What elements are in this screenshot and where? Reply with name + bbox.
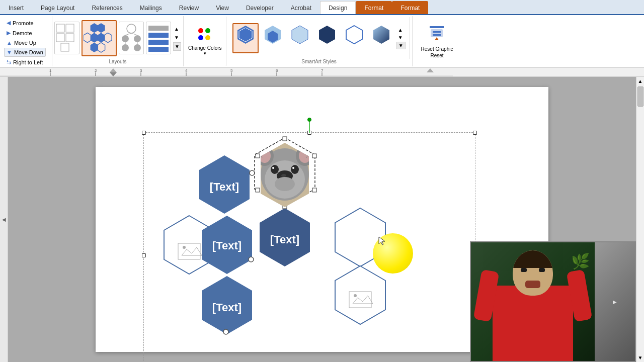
svg-point-86 — [275, 177, 295, 191]
svg-line-16 — [125, 33, 131, 35]
smartart-style-3[interactable] — [287, 23, 313, 53]
svg-marker-12 — [97, 42, 105, 52]
scroll-down-button[interactable]: ▼ — [636, 353, 644, 362]
right-to-left-icon: ⇆ — [7, 59, 11, 65]
svg-point-85 — [292, 167, 294, 169]
connector-1[interactable] — [249, 257, 254, 262]
smartart-graphic[interactable]: [Text] [Text] — [143, 132, 475, 362]
smartart-style-2[interactable] — [260, 23, 286, 53]
svg-marker-8 — [91, 33, 99, 42]
layout-thumb-2[interactable] — [82, 20, 117, 56]
svg-line-17 — [131, 33, 137, 35]
tab-format-2[interactable]: Format — [392, 1, 428, 14]
svg-rect-24 — [148, 40, 169, 45]
layouts-section: ▲ ▼ ▼ Layouts — [52, 16, 184, 66]
smartart-style-6[interactable] — [368, 23, 394, 53]
layouts-scroll-down[interactable]: ▼ — [173, 34, 181, 41]
svg-rect-25 — [148, 47, 169, 52]
layouts-label: Layouts — [109, 59, 126, 65]
svg-rect-39 — [431, 29, 443, 37]
layout-thumb-3[interactable] — [119, 22, 144, 54]
smartart-style-1[interactable] — [232, 23, 259, 53]
move-down-icon: ▼ — [7, 49, 12, 55]
svg-point-82 — [271, 165, 279, 174]
svg-text:6: 6 — [276, 68, 278, 73]
svg-point-13 — [127, 24, 136, 33]
svg-line-88 — [259, 151, 262, 158]
smartart-styles-label: SmartArt Styles — [301, 59, 336, 65]
svg-text:1: 1 — [49, 68, 52, 73]
tab-design[interactable]: Design — [320, 1, 356, 14]
svg-rect-1 — [66, 24, 74, 32]
svg-point-83 — [291, 165, 299, 174]
svg-text:[Text]: [Text] — [210, 180, 239, 193]
demote-button[interactable]: ▶ Demote — [4, 28, 46, 38]
styles-scroll-down[interactable]: ▼ — [396, 34, 406, 41]
tab-view[interactable]: View — [207, 1, 237, 14]
layouts-expand[interactable]: ▼ — [173, 42, 181, 51]
img-handle-tc[interactable] — [283, 137, 287, 141]
koala-image-container[interactable] — [255, 142, 315, 207]
svg-point-15 — [134, 35, 141, 42]
svg-rect-22 — [148, 26, 169, 31]
svg-point-18 — [122, 44, 129, 51]
layout-thumb-4[interactable] — [146, 22, 171, 54]
text-pane-toggle[interactable]: ◀ — [0, 77, 8, 362]
tab-format-1[interactable]: Format — [356, 1, 392, 14]
img-handle-ml[interactable] — [250, 170, 255, 175]
smartart-style-4[interactable] — [314, 23, 340, 53]
tab-acrobat[interactable]: Acrobat — [282, 1, 320, 14]
create-graphic-section: ◀ Promote ▶ Demote ▲ Move Up ▼ Move Down… — [2, 16, 52, 66]
svg-point-14 — [122, 35, 129, 42]
koala-svg — [255, 142, 315, 207]
reset-graphic-button[interactable]: Reset Graphic Reset — [417, 22, 458, 61]
scroll-up-button[interactable]: ▲ — [636, 77, 644, 85]
reset-graphic-label: Reset Graphic — [421, 46, 453, 52]
demote-icon: ▶ — [7, 30, 11, 36]
change-colors-dropdown-icon: ▼ — [203, 51, 207, 56]
smartart-styles-section: ▲ ▼ ▼ — [228, 17, 410, 59]
tab-insert[interactable]: Insert — [0, 1, 32, 14]
scroll-thumb[interactable] — [637, 86, 643, 107]
svg-marker-7 — [84, 33, 92, 42]
move-up-button[interactable]: ▲ Move Up — [4, 38, 46, 47]
svg-marker-10 — [104, 33, 112, 42]
svg-text:3: 3 — [140, 68, 142, 73]
svg-text:4: 4 — [185, 68, 188, 73]
svg-marker-31 — [237, 26, 254, 44]
right-to-left-button[interactable]: ⇆ Right to Left — [4, 57, 46, 67]
change-colors-icon — [197, 27, 213, 44]
svg-line-89 — [309, 152, 312, 159]
rotation-handle[interactable] — [307, 118, 311, 133]
reset-icon — [428, 24, 446, 46]
promote-button[interactable]: ◀ Promote — [4, 18, 46, 28]
tab-mailings[interactable]: Mailings — [131, 1, 171, 14]
svg-text:[Text]: [Text] — [270, 233, 299, 246]
move-up-icon: ▲ — [7, 40, 12, 46]
svg-text:5: 5 — [230, 68, 233, 73]
svg-point-19 — [134, 44, 141, 51]
hex-outline-bottom-right[interactable] — [335, 266, 385, 324]
svg-rect-4 — [61, 43, 69, 51]
main-video: 🌿 — [471, 242, 595, 361]
svg-point-30 — [202, 32, 207, 37]
tab-page-layout[interactable]: Page Layout — [32, 1, 83, 14]
connector-2[interactable] — [223, 329, 228, 334]
styles-scroll-up[interactable]: ▲ — [396, 27, 406, 33]
tab-bar: Insert Page Layout References Mailings R… — [0, 0, 644, 15]
svg-marker-35 — [292, 26, 308, 44]
layout-thumb-1[interactable] — [54, 22, 79, 54]
change-colors-button[interactable]: Change Colors ▼ — [184, 16, 226, 66]
svg-rect-40 — [433, 31, 441, 33]
styles-expand[interactable]: ▼ — [396, 42, 406, 49]
vertical-scrollbar[interactable]: ▲ ▼ — [636, 77, 644, 362]
svg-rect-42 — [0, 68, 453, 76]
tab-developer[interactable]: Developer — [237, 1, 282, 14]
smartart-style-5[interactable] — [341, 23, 367, 53]
ruler: 1 2 3 4 5 6 7 — [0, 68, 644, 77]
move-down-button[interactable]: ▼ Move Down — [4, 48, 46, 57]
video-thumbnail: ▶ — [595, 242, 635, 361]
tab-review[interactable]: Review — [171, 1, 207, 14]
layouts-scroll-up[interactable]: ▲ — [173, 25, 181, 33]
tab-references[interactable]: References — [83, 1, 131, 14]
